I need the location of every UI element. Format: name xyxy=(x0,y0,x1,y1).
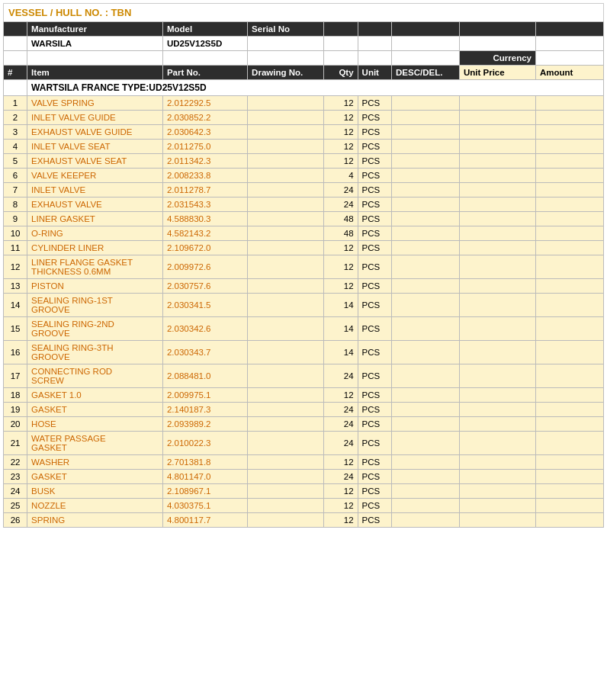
row-unit-price[interactable] xyxy=(459,470,535,484)
row-unit-price[interactable] xyxy=(459,241,535,255)
row-desc xyxy=(392,241,460,255)
desc-header: DESC/DEL. xyxy=(392,66,460,80)
row-unit-price[interactable] xyxy=(459,455,535,470)
row-unit: PCS xyxy=(358,403,391,417)
row-unit-price[interactable] xyxy=(459,364,535,388)
row-item: LINER GASKET xyxy=(27,212,163,226)
row-unit: PCS xyxy=(358,125,391,140)
manufacturer-header-row: Manufacturer Model Serial No xyxy=(4,22,604,37)
row-drawing-no xyxy=(248,470,324,484)
row-number: 1 xyxy=(4,96,27,111)
row-qty: 12 xyxy=(324,513,358,528)
empty-mfr-3 xyxy=(392,37,460,51)
table-body: WARTSILA FRANCE TYPE:UD25V12S5D 1VALVE S… xyxy=(4,80,604,528)
table-row: 5EXHAUST VALVE SEAT2.011342.312PCS xyxy=(4,154,604,169)
row-drawing-no xyxy=(248,197,324,212)
row-qty: 12 xyxy=(324,255,358,279)
row-number: 2 xyxy=(4,111,27,125)
row-amount xyxy=(536,294,604,317)
row-qty: 12 xyxy=(324,111,358,125)
row-unit: PCS xyxy=(358,294,391,317)
empty-mfr-4 xyxy=(459,37,535,51)
row-part-no: 2.008233.8 xyxy=(162,169,247,183)
row-unit-price[interactable] xyxy=(459,341,535,364)
row-qty: 12 xyxy=(324,140,358,154)
page-wrapper: VESSEL / HULL NO. : TBN Manufacturer Mod… xyxy=(0,0,607,531)
row-unit-price[interactable] xyxy=(459,140,535,154)
table-row: 14SEALING RING-1ST GROOVE2.030341.514PCS xyxy=(4,294,604,317)
row-amount xyxy=(536,279,604,294)
row-unit-price[interactable] xyxy=(459,388,535,403)
row-item: INLET VALVE SEAT xyxy=(27,140,163,154)
row-number: 4 xyxy=(4,140,27,154)
row-part-no: 4.030375.1 xyxy=(162,499,247,513)
row-unit: PCS xyxy=(358,279,391,294)
row-unit-price[interactable] xyxy=(459,432,535,455)
row-qty: 24 xyxy=(324,403,358,417)
row-unit: PCS xyxy=(358,154,391,169)
row-item: BUSK xyxy=(27,484,163,499)
row-desc xyxy=(392,96,460,111)
row-part-no: 2.009972.6 xyxy=(162,255,247,279)
row-unit-price[interactable] xyxy=(459,183,535,197)
row-amount xyxy=(536,364,604,388)
row-part-no: 4.800117.7 xyxy=(162,513,247,528)
row-unit: PCS xyxy=(358,212,391,226)
row-part-no: 2.108967.1 xyxy=(162,484,247,499)
row-unit-price[interactable] xyxy=(459,169,535,183)
row-item: PISTON xyxy=(27,279,163,294)
row-drawing-no xyxy=(248,417,324,432)
row-unit-price[interactable] xyxy=(459,279,535,294)
row-unit-price[interactable] xyxy=(459,403,535,417)
row-unit: PCS xyxy=(358,226,391,241)
row-drawing-no xyxy=(248,294,324,317)
row-unit-price[interactable] xyxy=(459,111,535,125)
row-desc xyxy=(392,169,460,183)
row-drawing-no xyxy=(248,388,324,403)
row-item: SEALING RING-3TH GROOVE xyxy=(27,341,163,364)
row-unit-price[interactable] xyxy=(459,484,535,499)
row-unit-price[interactable] xyxy=(459,226,535,241)
qty-header: Qty xyxy=(324,66,358,80)
row-unit-price[interactable] xyxy=(459,255,535,279)
cur-empty-4 xyxy=(248,51,324,66)
row-unit-price[interactable] xyxy=(459,417,535,432)
row-number: 18 xyxy=(4,388,27,403)
unit-price-header: Unit Price xyxy=(459,66,535,80)
serial-col-header: Serial No xyxy=(248,22,324,37)
row-number: 20 xyxy=(4,417,27,432)
row-unit-price[interactable] xyxy=(459,125,535,140)
row-unit-price[interactable] xyxy=(459,499,535,513)
row-amount xyxy=(536,470,604,484)
manufacturer-value: WARSILA xyxy=(27,37,163,51)
row-number: 9 xyxy=(4,212,27,226)
row-desc xyxy=(392,417,460,432)
row-unit: PCS xyxy=(358,417,391,432)
row-part-no: 2.030757.6 xyxy=(162,279,247,294)
row-amount xyxy=(536,432,604,455)
wartsila-type-label: WARTSILA FRANCE TYPE:UD25V12S5D xyxy=(27,80,604,96)
row-unit-price[interactable] xyxy=(459,294,535,317)
row-unit: PCS xyxy=(358,111,391,125)
row-qty: 24 xyxy=(324,432,358,455)
row-drawing-no xyxy=(248,432,324,455)
row-drawing-no xyxy=(248,317,324,341)
cur-empty-8 xyxy=(536,51,604,66)
row-unit-price[interactable] xyxy=(459,513,535,528)
row-item: CYLINDER LINER xyxy=(27,241,163,255)
row-unit-price[interactable] xyxy=(459,96,535,111)
row-unit-price[interactable] xyxy=(459,212,535,226)
row-unit-price[interactable] xyxy=(459,317,535,341)
table-row: 24BUSK2.108967.112PCS xyxy=(4,484,604,499)
row-unit-price[interactable] xyxy=(459,154,535,169)
table-row: 16SEALING RING-3TH GROOVE2.030343.714PCS xyxy=(4,341,604,364)
row-qty: 48 xyxy=(324,212,358,226)
row-unit-price[interactable] xyxy=(459,197,535,212)
row-amount xyxy=(536,212,604,226)
row-number: 3 xyxy=(4,125,27,140)
row-amount xyxy=(536,125,604,140)
row-part-no: 2.030852.2 xyxy=(162,111,247,125)
row-qty: 24 xyxy=(324,470,358,484)
row-unit: PCS xyxy=(358,432,391,455)
empty-th-1 xyxy=(324,22,358,37)
